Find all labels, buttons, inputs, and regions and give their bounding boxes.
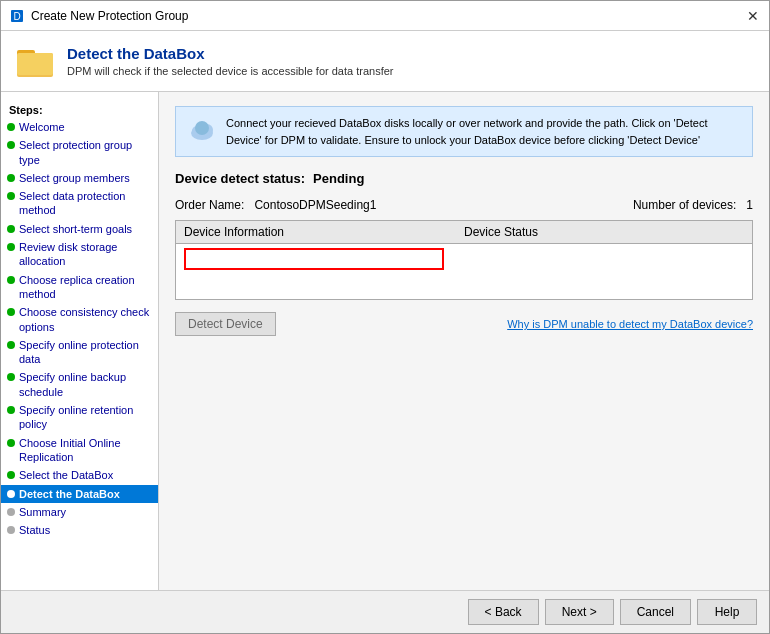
dot-select-protection [7, 141, 15, 149]
sidebar-label-select-protection: Select protection group type [19, 138, 150, 167]
sidebar-label-disk-storage: Review disk storage allocation [19, 240, 150, 269]
device-table: Device Information Device Status [175, 220, 753, 300]
cancel-button[interactable]: Cancel [620, 599, 691, 625]
dot-status [7, 526, 15, 534]
back-button[interactable]: < Back [468, 599, 539, 625]
sidebar-item-replica-creation[interactable]: Choose replica creation method [1, 271, 158, 304]
title-bar-left: D Create New Protection Group [9, 8, 188, 24]
close-button[interactable]: ✕ [745, 8, 761, 24]
sidebar-item-short-term-goals[interactable]: Select short-term goals [1, 220, 158, 238]
dot-short-term [7, 225, 15, 233]
svg-point-8 [195, 121, 209, 135]
sidebar-label-initial-online: Choose Initial Online Replication [19, 436, 150, 465]
sidebar-label-status: Status [19, 523, 50, 537]
bottom-actions: Detect Device Why is DPM unable to detec… [175, 312, 753, 336]
dot-replica [7, 276, 15, 284]
table-col-device-info: Device Information [184, 225, 464, 239]
table-header: Device Information Device Status [176, 221, 752, 244]
sidebar-item-online-backup[interactable]: Specify online backup schedule [1, 368, 158, 401]
sidebar-item-welcome[interactable]: Welcome [1, 118, 158, 136]
dpm-unable-link[interactable]: Why is DPM unable to detect my DataBox d… [507, 318, 753, 330]
num-devices-label: Number of devices: [633, 198, 736, 212]
cloud-icon [188, 115, 216, 143]
sidebar-item-online-protection[interactable]: Specify online protection data [1, 336, 158, 369]
sidebar-label-welcome: Welcome [19, 120, 65, 134]
sidebar-item-select-group-members[interactable]: Select group members [1, 169, 158, 187]
svg-text:D: D [13, 11, 20, 22]
header-subtitle: DPM will check if the selected device is… [67, 65, 393, 77]
dot-online-backup [7, 373, 15, 381]
dot-initial-online [7, 439, 15, 447]
sidebar-item-status[interactable]: Status [1, 521, 158, 539]
sidebar-item-consistency-check[interactable]: Choose consistency check options [1, 303, 158, 336]
table-body [176, 244, 752, 294]
sidebar-label-data-protection: Select data protection method [19, 189, 150, 218]
info-text: Connect your recieved DataBox disks loca… [226, 115, 740, 148]
header-text: Detect the DataBox DPM will check if the… [67, 45, 393, 77]
main-window: D Create New Protection Group ✕ Detect t… [0, 0, 770, 634]
info-bar: Connect your recieved DataBox disks loca… [175, 106, 753, 157]
sidebar-label-detect-databox: Detect the DataBox [19, 487, 120, 501]
device-status-row: Device detect status: Pending [175, 171, 753, 186]
num-devices-row: Number of devices: 1 [633, 198, 753, 212]
dot-disk-storage [7, 243, 15, 251]
databox-icon [15, 41, 55, 81]
dot-summary [7, 508, 15, 516]
footer: < Back Next > Cancel Help [1, 590, 769, 633]
sidebar-item-online-retention[interactable]: Specify online retention policy [1, 401, 158, 434]
content-area: Connect your recieved DataBox disks loca… [159, 92, 769, 590]
order-name-label: Order Name: [175, 198, 244, 212]
dot-welcome [7, 123, 15, 131]
sidebar-item-initial-online[interactable]: Choose Initial Online Replication [1, 434, 158, 467]
sidebar-item-select-protection-group-type[interactable]: Select protection group type [1, 136, 158, 169]
dot-group-members [7, 174, 15, 182]
sidebar-item-data-protection-method[interactable]: Select data protection method [1, 187, 158, 220]
num-devices-value: 1 [746, 198, 753, 212]
window-icon: D [9, 8, 25, 24]
sidebar-label-online-retention: Specify online retention policy [19, 403, 150, 432]
sidebar-item-detect-databox[interactable]: Detect the DataBox [1, 485, 158, 503]
table-col-device-status: Device Status [464, 225, 744, 239]
device-info-input[interactable] [184, 248, 444, 270]
dot-detect-databox [7, 490, 15, 498]
sidebar-item-disk-storage[interactable]: Review disk storage allocation [1, 238, 158, 271]
sidebar-label-short-term: Select short-term goals [19, 222, 132, 236]
steps-label: Steps: [1, 100, 158, 118]
dot-data-protection [7, 192, 15, 200]
dot-online-protection [7, 341, 15, 349]
detect-device-button[interactable]: Detect Device [175, 312, 276, 336]
device-status-label: Device detect status: [175, 171, 305, 186]
sidebar-label-online-backup: Specify online backup schedule [19, 370, 150, 399]
sidebar: Steps: Welcome Select protection group t… [1, 92, 159, 590]
main-content: Steps: Welcome Select protection group t… [1, 92, 769, 590]
sidebar-label-online-protection: Specify online protection data [19, 338, 150, 367]
sidebar-label-summary: Summary [19, 505, 66, 519]
device-status-value: Pending [313, 171, 364, 186]
next-button[interactable]: Next > [545, 599, 614, 625]
header-title: Detect the DataBox [67, 45, 393, 62]
header-section: Detect the DataBox DPM will check if the… [1, 31, 769, 92]
sidebar-item-select-databox[interactable]: Select the DataBox [1, 466, 158, 484]
sidebar-label-group-members: Select group members [19, 171, 130, 185]
order-name-value: ContosoDPMSeeding1 [254, 198, 376, 212]
title-bar: D Create New Protection Group ✕ [1, 1, 769, 31]
sidebar-item-summary[interactable]: Summary [1, 503, 158, 521]
dot-online-retention [7, 406, 15, 414]
sidebar-label-consistency: Choose consistency check options [19, 305, 150, 334]
svg-rect-4 [17, 53, 53, 75]
help-button[interactable]: Help [697, 599, 757, 625]
order-row: Order Name: ContosoDPMSeeding1 Number of… [175, 198, 753, 212]
order-name-row: Order Name: ContosoDPMSeeding1 [175, 198, 376, 212]
sidebar-label-replica: Choose replica creation method [19, 273, 150, 302]
dot-select-databox [7, 471, 15, 479]
window-title: Create New Protection Group [31, 9, 188, 23]
sidebar-label-select-databox: Select the DataBox [19, 468, 113, 482]
dot-consistency [7, 308, 15, 316]
